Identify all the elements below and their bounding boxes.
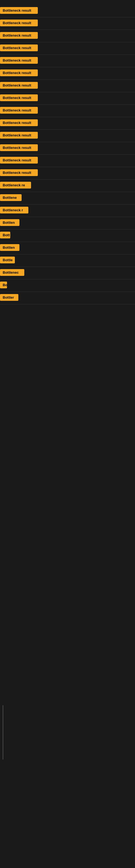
divider	[0, 254, 135, 254]
bottleneck-badge[interactable]: Bottle	[0, 257, 15, 264]
divider	[0, 67, 135, 67]
bottleneck-badge[interactable]: Bo	[0, 282, 7, 288]
divider	[0, 242, 135, 242]
divider	[0, 129, 135, 130]
divider	[0, 117, 135, 117]
bottleneck-badge[interactable]: Bottleneck result	[0, 57, 38, 64]
list-item: Bottlen	[0, 243, 135, 254]
bottleneck-badge[interactable]: Bottleneck result	[0, 107, 38, 114]
list-item: Bottleneck re	[0, 180, 135, 191]
bottleneck-badge[interactable]: Bottlen	[0, 219, 19, 226]
list-item: Bottle	[0, 255, 135, 266]
list-item: Bottleneck result	[0, 55, 135, 66]
bottleneck-badge[interactable]: Bott	[0, 231, 10, 239]
list-item: Bottleneck r	[0, 205, 135, 216]
divider	[0, 217, 135, 217]
bottleneck-badge[interactable]: Bottleneck result	[0, 82, 38, 89]
divider	[0, 179, 135, 180]
divider	[0, 279, 135, 279]
bottleneck-badge[interactable]: Bottleneck result	[0, 144, 38, 151]
list-item: Bottlen	[0, 218, 135, 229]
divider	[0, 80, 135, 80]
list-item: Bottleneck result	[0, 18, 135, 29]
bottleneck-badge[interactable]: Bottleneck result	[0, 94, 38, 101]
vertical-line-decoration	[3, 705, 3, 760]
list-item: Bott	[0, 230, 135, 241]
site-title	[0, 0, 135, 5]
list-item: Bottleneck result	[0, 5, 135, 17]
items-list: Bottleneck resultBottleneck resultBottle…	[0, 5, 135, 304]
bottleneck-badge[interactable]: Bottleneck result	[0, 32, 38, 39]
bottleneck-badge[interactable]: Bottleneck result	[0, 44, 38, 51]
divider	[0, 229, 135, 229]
divider	[0, 192, 135, 192]
divider	[0, 92, 135, 92]
list-item: Bottleneck result	[0, 43, 135, 54]
bottleneck-badge[interactable]: Bottleneck re	[0, 182, 31, 188]
list-item: Bottleneck result	[0, 80, 135, 91]
list-item: Bottleneck result	[0, 118, 135, 129]
list-item: Bottleneck result	[0, 68, 135, 79]
divider	[0, 104, 135, 105]
bottleneck-badge[interactable]: Bottleneck result	[0, 7, 38, 14]
list-item: Bottlenec	[0, 268, 135, 279]
bottleneck-badge[interactable]: Bottleneck result	[0, 69, 38, 76]
list-item: Bottleneck result	[0, 105, 135, 116]
list-item: Bottleneck result	[0, 93, 135, 104]
divider	[0, 154, 135, 155]
list-item: Bottleneck result	[0, 130, 135, 141]
bottleneck-badge[interactable]: Bottleneck result	[0, 169, 38, 176]
divider	[0, 291, 135, 292]
bottleneck-badge[interactable]: Bottleneck r	[0, 207, 28, 214]
bottleneck-badge[interactable]: Bottlen	[0, 244, 19, 251]
divider	[0, 204, 135, 205]
bottleneck-badge[interactable]: Bottler	[0, 294, 18, 301]
list-item: Bottleneck result	[0, 155, 135, 166]
bottleneck-badge[interactable]: Bottleneck result	[0, 119, 38, 126]
divider	[0, 304, 135, 304]
divider	[0, 42, 135, 42]
list-item: Bo	[0, 280, 135, 291]
divider	[0, 17, 135, 18]
page-container: Bottleneck resultBottleneck resultBottle…	[0, 0, 135, 304]
divider	[0, 30, 135, 30]
divider	[0, 167, 135, 167]
bottleneck-badge[interactable]: Bottleneck result	[0, 132, 38, 138]
list-item: Bottleneck result	[0, 167, 135, 179]
bottleneck-badge[interactable]: Bottlenec	[0, 269, 24, 276]
divider	[0, 55, 135, 55]
bottleneck-badge[interactable]: Bottleneck result	[0, 157, 38, 163]
bottleneck-badge[interactable]: Bottlene	[0, 194, 21, 201]
bottleneck-badge[interactable]: Bottleneck result	[0, 20, 38, 26]
list-item: Bottleneck result	[0, 143, 135, 154]
list-item: Bottler	[0, 292, 135, 304]
list-item: Bottleneck result	[0, 30, 135, 41]
divider	[0, 142, 135, 142]
list-item: Bottlene	[0, 193, 135, 204]
divider	[0, 267, 135, 267]
